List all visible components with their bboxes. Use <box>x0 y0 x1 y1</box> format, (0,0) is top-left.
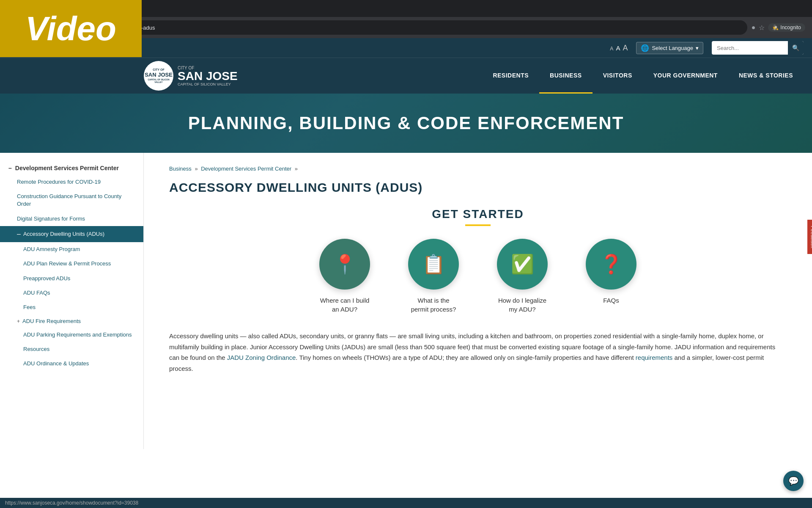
nav-links: RESIDENTS BUSINESS VISITORS YOUR GOVERNM… <box>482 58 804 94</box>
card-permit-process[interactable]: 📋 What is thepermit process? <box>398 239 469 314</box>
logo-name-text: SAN JOSE <box>144 72 173 78</box>
sidebar-section-label: Development Services Permit Center <box>15 165 119 171</box>
card-icon-legalize: ✅ <box>497 239 548 290</box>
logo-sub-text: CAPITAL OF SILICON VALLEY <box>144 78 173 83</box>
sidebar-item-adu-plan-review[interactable]: ADU Plan Review & Permit Process <box>0 257 143 271</box>
toolbar-right: A A A 🌐 Select Language ▾ 🔍 <box>610 41 804 55</box>
adu-fire-label: ADU Fire Requirements <box>22 318 81 324</box>
card-faqs[interactable]: ❓ FAQs <box>575 239 647 314</box>
language-dropdown-arrow: ▾ <box>696 45 699 51</box>
video-overlay: Video <box>0 0 142 57</box>
sidebar-item-digital-signatures[interactable]: Digital Signatures for Forms <box>0 212 143 226</box>
breadcrumb: Business » Development Services Permit C… <box>169 166 787 172</box>
sidebar-item-adu-parking[interactable]: ADU Parking Requirements and Exemptions <box>0 328 143 342</box>
card-icon-permit: 📋 <box>408 239 459 290</box>
nav-visitors[interactable]: VISITORS <box>593 58 643 94</box>
feedback-label: Feedback <box>810 226 812 248</box>
breadcrumb-sep1: » <box>195 166 198 172</box>
browser-actions: ● ☆ 🕵 Incognito <box>752 23 805 32</box>
search-button[interactable]: 🔍 <box>788 41 804 55</box>
globe-icon: 🌐 <box>641 44 649 52</box>
language-selector[interactable]: 🌐 Select Language ▾ <box>636 42 703 54</box>
main-navigation: CITY OF SAN JOSE CAPITAL OF SILICON VALL… <box>0 58 812 94</box>
incognito-label: Incognito <box>780 25 801 30</box>
sidebar-item-construction-guidance[interactable]: Construction Guidance Pursuant to County… <box>0 189 143 211</box>
jadu-ordinance-link[interactable]: JADU Zoning Ordinance <box>227 354 296 361</box>
cards-row: 📍 Where can I buildan ADU? 📋 What is the… <box>169 239 787 314</box>
card-where-build[interactable]: 📍 Where can I buildan ADU? <box>309 239 381 314</box>
sidebar-item-adu-faqs[interactable]: ADU FAQs <box>0 286 143 300</box>
search-bar: 🔍 <box>712 41 804 55</box>
page-title: ACCESSORY DWELLING UNITS (ADUS) <box>169 180 787 195</box>
card-label-permit-process: What is thepermit process? <box>411 296 456 314</box>
chat-icon: 💬 <box>788 476 799 486</box>
feedback-tab[interactable]: Feedback <box>807 220 812 254</box>
incognito-badge: 🕵 Incognito <box>768 23 805 32</box>
extension-icon[interactable]: ● <box>752 24 756 31</box>
get-started-section: GET STARTED 📍 Where can I buildan ADU? 📋… <box>169 207 787 314</box>
logo-city-text: CITY OF <box>144 68 173 72</box>
breadcrumb-business[interactable]: Business <box>169 166 192 172</box>
get-started-heading: GET STARTED <box>169 207 787 221</box>
breadcrumb-sep2: » <box>295 166 298 172</box>
get-started-divider <box>465 224 491 226</box>
logo-sub-label: CAPITAL OF SILICON VALLEY <box>178 82 238 86</box>
nav-business[interactable]: BUSINESS <box>539 58 593 94</box>
requirements-link[interactable]: requirements <box>636 354 673 361</box>
status-url: https://www.sanjoseca.gov/home/showdocum… <box>5 500 138 506</box>
main-content: – Development Services Permit Center Rem… <box>0 153 812 449</box>
sidebar-item-adus[interactable]: – Accessory Dwelling Units (ADUs) <box>0 226 143 242</box>
active-indicator: – <box>17 229 21 239</box>
card-icon-location: 📍 <box>319 239 370 290</box>
url-field[interactable]: mit-center/accessory-dwelling-units-adus <box>49 20 747 35</box>
sidebar-item-remote-procedures[interactable]: Remote Procedures for COVID-19 <box>0 175 143 189</box>
sidebar-item-adu-ordinance[interactable]: ADU Ordinance & Updates <box>0 356 143 371</box>
card-label-where-build: Where can I buildan ADU? <box>320 296 370 314</box>
sidebar-item-adu-fire[interactable]: + ADU Fire Requirements <box>0 315 143 328</box>
font-small-button[interactable]: A <box>610 46 613 52</box>
sidebar-item-preapproved-adus[interactable]: Preapproved ADUs <box>0 271 143 286</box>
sidebar-item-adu-amnesty[interactable]: ADU Amnesty Program <box>0 242 143 257</box>
breadcrumb-permit-center[interactable]: Development Services Permit Center <box>201 166 291 172</box>
site-logo[interactable]: CITY OF SAN JOSE CAPITAL OF SILICON VALL… <box>144 61 173 91</box>
expand-icon: + <box>17 318 20 324</box>
card-legalize[interactable]: ✅ How do I legalizemy ADU? <box>486 239 558 314</box>
nav-your-government[interactable]: YOUR GOVERNMENT <box>643 58 728 94</box>
nav-news-stories[interactable]: NEWS & STORIES <box>728 58 804 94</box>
card-icon-faqs: ❓ <box>586 239 636 290</box>
description-paragraph: Accessory dwelling units — also called A… <box>169 331 787 374</box>
bookmark-icon[interactable]: ☆ <box>759 24 765 32</box>
language-label: Select Language <box>652 45 693 51</box>
hero-title: PLANNING, BUILDING & CODE ENFORCEMENT <box>188 113 624 133</box>
font-large-button[interactable]: A <box>623 44 628 52</box>
hero-banner: PLANNING, BUILDING & CODE ENFORCEMENT <box>0 94 812 153</box>
incognito-icon: 🕵 <box>772 25 779 30</box>
font-size-controls: A A A <box>610 44 628 52</box>
status-bar: https://www.sanjoseca.gov/home/showdocum… <box>0 498 812 508</box>
font-medium-button[interactable]: A <box>616 44 620 52</box>
sidebar: – Development Services Permit Center Rem… <box>0 153 144 449</box>
card-label-legalize: How do I legalizemy ADU? <box>498 296 546 314</box>
sidebar-item-fees[interactable]: Fees <box>0 300 143 315</box>
content-area: Business » Development Services Permit C… <box>144 153 812 449</box>
sidebar-section-title[interactable]: – Development Services Permit Center <box>0 161 143 175</box>
chat-widget[interactable]: 💬 <box>783 471 804 491</box>
sidebar-collapse-icon: – <box>8 165 12 171</box>
video-label: Video <box>25 9 116 48</box>
sidebar-adu-label: Accessory Dwelling Units (ADUs) <box>23 230 104 238</box>
nav-residents[interactable]: RESIDENTS <box>482 58 539 94</box>
search-input[interactable] <box>712 43 788 53</box>
card-label-faqs: FAQs <box>603 296 619 305</box>
logo-name-label: SAN JOSE <box>178 70 238 82</box>
sidebar-item-resources[interactable]: Resources <box>0 342 143 356</box>
